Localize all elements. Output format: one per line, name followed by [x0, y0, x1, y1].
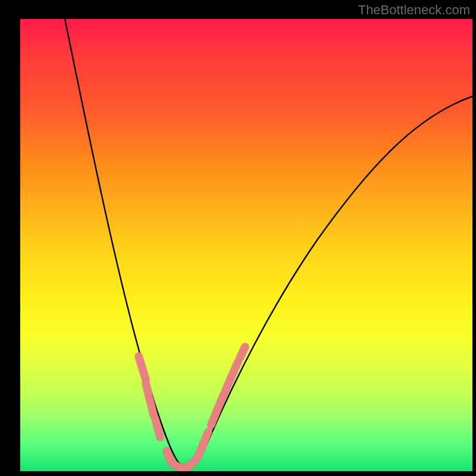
curve-marker: [225, 378, 231, 392]
curve-marker: [150, 400, 154, 415]
markers-group: [139, 347, 245, 468]
curve-marker: [139, 356, 146, 380]
curve-marker: [218, 396, 223, 409]
watermark-text: TheBottleneck.com: [358, 2, 470, 18]
plot-area: [20, 19, 472, 471]
curve-marker: [155, 419, 160, 437]
curve-marker: [211, 412, 217, 425]
chart-container: TheBottleneck.com: [0, 0, 476, 476]
curve-marker: [190, 459, 196, 466]
bottleneck-curve: [65, 19, 472, 467]
curve-marker: [232, 362, 238, 375]
curve-marker: [240, 347, 245, 358]
chart-svg: [20, 19, 472, 471]
curve-marker: [203, 432, 208, 443]
curve-layer: [20, 19, 472, 471]
